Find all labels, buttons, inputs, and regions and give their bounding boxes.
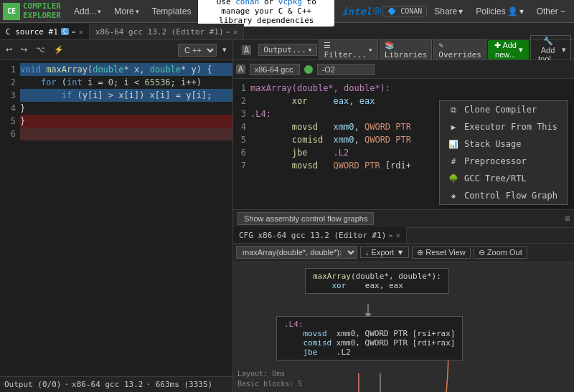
conan-link[interactable]: conan (235, 0, 259, 6)
more-button[interactable]: More ▾ (108, 1, 144, 21)
libraries-dropdown[interactable]: 📚 Libraries (380, 39, 433, 61)
cfg-block-l4: .L4: movsd xmm0, QWORD PTR [rsi+rax] com… (276, 316, 463, 360)
dropdown-executor[interactable]: ▶ Executor From This (440, 118, 568, 135)
gcc-tree-icon: 🌳 (448, 173, 458, 183)
language-selector[interactable]: C ++ C Rust (178, 44, 217, 57)
line-numbers: 123456 (0, 60, 17, 143)
cfg-close-icon[interactable]: ⊠ (565, 214, 570, 222)
dropdown-preprocessor[interactable]: # Preprocessor (440, 153, 568, 170)
compiler-toolbar: A Output... ▾ ☰ Filter... ▾ 📚 Libraries … (233, 40, 574, 60)
preprocessor-icon: # (448, 156, 458, 166)
status-ok-icon (304, 65, 313, 74)
code-line-1: void maxArray(double* x, double* y) { (20, 63, 232, 76)
undo-button[interactable]: ↩ (3, 44, 15, 55)
dropdown-clone-compiler[interactable]: ⧉ Clone Compiler (440, 101, 568, 118)
cfg-icon: ◈ (448, 191, 458, 201)
dropdown-gcc-tree[interactable]: 🌳 GCC Tree/RTL (440, 170, 568, 187)
output-arrow-icon: ▾ (308, 45, 313, 54)
tab-compiler[interactable]: x86-64 gcc 13.2 (Editor #1) ✏ ✕ (90, 24, 244, 39)
output-label: Output (0/0) (4, 380, 61, 389)
add-tool-arrow-icon: ▾ (562, 45, 566, 54)
editor-toolbar: ↩ ↪ ⌥ ⚡ C ++ C Rust ▾ (0, 40, 232, 60)
cfg-tab[interactable]: CFG x86-64 gcc 13.2 (Editor #1) ✏ ✕ (233, 227, 407, 243)
code-line-5: } (20, 115, 232, 128)
other-button[interactable]: Other ~ (531, 5, 571, 18)
intel-logo: intel ® 🔷 CONAN (342, 4, 427, 19)
code-line-2: for (int i = 0; i < 65536; i++) (20, 76, 232, 89)
intel-text: intel (342, 6, 372, 17)
lang-arrow-icon[interactable]: ▾ (220, 44, 230, 55)
layout-info: Layout: Oms Basic blocks: 5 (237, 369, 302, 389)
zoom-out-button[interactable]: ⊖ Zoom Out (474, 247, 527, 259)
executor-icon: ▶ (448, 122, 458, 132)
close-source-icon[interactable]: ✕ (79, 28, 83, 36)
navbar: CE COMPILER EXPLORER Add... ▾ More ▾ Tem… (0, 0, 574, 23)
vcpkg-link[interactable]: vcpkg (278, 0, 302, 6)
wrap-button[interactable]: ⌥ (33, 44, 48, 55)
export-button[interactable]: ↓ Export ▼ (360, 247, 409, 258)
policies-icon: 👤 (507, 6, 518, 16)
code-line-3: if (y[i] > x[i]) x[i] = y[i]; (20, 89, 232, 102)
add-button[interactable]: Add... ▾ (68, 1, 107, 21)
cfg-content[interactable]: maxArray(double*, double*): xor eax, eax… (233, 262, 574, 393)
dropdown-menu: ⧉ Clone Compiler ▶ Executor From This 📊 … (439, 100, 568, 205)
logo-icon: CE (3, 3, 20, 20)
cfg-function-selector[interactable]: maxArray(double*, double*): (236, 246, 357, 259)
edit-compiler-icon: ✏ (227, 28, 230, 35)
stack-icon: 📊 (448, 139, 458, 149)
cfg-tab-label: CFG x86-64 gcc 13.2 (Editor #1) (239, 231, 386, 240)
conan-badge: 🔷 CONAN (382, 6, 427, 16)
compiler-sub-toolbar: A (233, 60, 574, 79)
compiler-ref: x86-64 gcc 13.2 (72, 380, 143, 389)
cfg-toolbar: maxArray(double*, double*): ↓ Export ▼ ⊕… (233, 244, 574, 262)
output-bar: Output (0/0) · x86-64 gcc 13.2 · 663ms (… (0, 376, 232, 392)
share-arrow-icon: ▾ (458, 6, 463, 16)
redo-button[interactable]: ↪ (18, 44, 30, 55)
filter-arrow-icon: ▾ (368, 45, 373, 54)
close-compiler-icon[interactable]: ✕ (233, 28, 237, 36)
compiler-name: A (236, 45, 257, 55)
edit-cfg-icon: ✏ (389, 231, 392, 239)
main-area: ↩ ↪ ⌥ ⚡ C ++ C Rust ▾ 123456 void maxArr… (0, 40, 574, 392)
logo-area: CE COMPILER EXPLORER (3, 2, 61, 19)
output-info: · 663ms (3335) (146, 380, 212, 389)
templates-button[interactable]: Templates (146, 1, 197, 21)
compiler-options[interactable] (317, 64, 375, 75)
notification-bar: Use conan or vcpkg to manage your C & C+… (198, 0, 334, 27)
reset-view-button[interactable]: ⊕ Reset View (412, 247, 471, 259)
share-button[interactable]: Share ▾ (428, 5, 469, 18)
show-asm-button[interactable]: Show assembly control flow graphs (237, 212, 374, 225)
show-asm-bar: Show assembly control flow graphs ⊠ (233, 209, 574, 228)
cfg-tab-bar: CFG x86-64 gcc 13.2 (Editor #1) ✏ ✕ (233, 228, 574, 244)
code-line-4: } (20, 102, 232, 115)
close-cfg-icon[interactable]: ✕ (396, 231, 400, 239)
letter-a: A (242, 45, 251, 55)
tab-source[interactable]: C source #1 C ✏ ✕ (0, 24, 90, 39)
clone-icon: ⧉ (448, 105, 458, 115)
editor-area[interactable]: 123456 void maxArray(double* x, double* … (0, 60, 232, 376)
add-new-arrow-icon: ▾ (519, 45, 523, 54)
dropdown-stack-usage[interactable]: 📊 Stack Usage (440, 135, 568, 153)
policies-arrow-icon: ▾ (519, 6, 524, 16)
logo-text: COMPILER EXPLORER (23, 2, 61, 19)
letter-a-2: A (236, 64, 245, 74)
format-button[interactable]: ⚡ (51, 44, 67, 55)
output-dropdown[interactable]: Output... ▾ (258, 44, 317, 56)
overrides-dropdown[interactable]: ✎ Overrides (433, 39, 486, 61)
edit-icon: ✏ (72, 28, 75, 35)
output-separator: · (64, 380, 69, 389)
code-content[interactable]: void maxArray(double* x, double* y) { fo… (20, 63, 232, 140)
compiler-selector[interactable] (250, 64, 300, 75)
more-arrow-icon: ▾ (136, 8, 139, 15)
right-panel: A Output... ▾ ☰ Filter... ▾ 📚 Libraries … (233, 40, 574, 392)
lang-badge: C (61, 28, 69, 35)
left-panel: ↩ ↪ ⌥ ⚡ C ++ C Rust ▾ 123456 void maxArr… (0, 40, 233, 392)
policies-button[interactable]: Policies 👤 ▾ (470, 5, 529, 18)
code-line-6 (20, 128, 232, 140)
dropdown-cfg[interactable]: ◈ Control Flow Graph (440, 187, 568, 204)
add-arrow-icon: ▾ (98, 8, 101, 15)
filter-dropdown[interactable]: ☰ Filter... ▾ (319, 39, 377, 61)
asm-line-1: maxArray(double*, double*): (250, 82, 571, 95)
asm-line-numbers: 1234567 (233, 79, 248, 209)
add-new-button[interactable]: ✚ Add new... ▾ (488, 40, 529, 59)
